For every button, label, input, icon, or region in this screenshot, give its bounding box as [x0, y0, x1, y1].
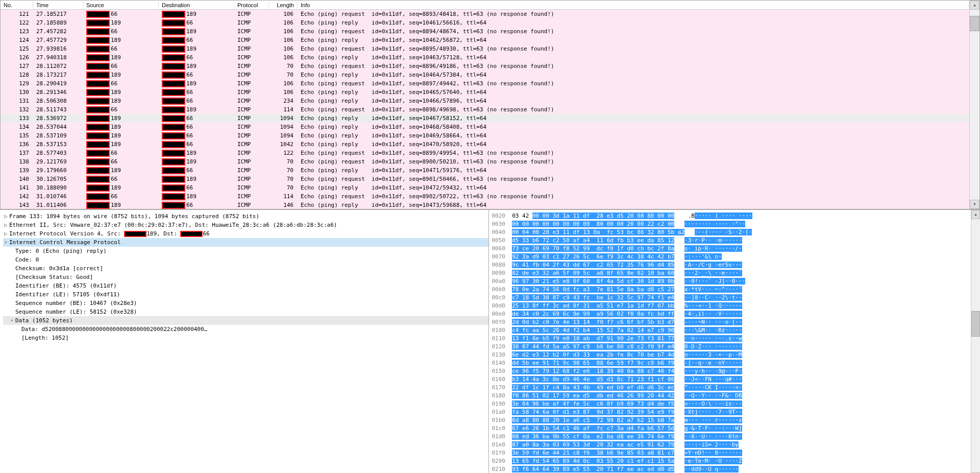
table-row[interactable]: 13228.51174366189ICMP114Echo (ping) requ…: [1, 105, 969, 114]
table-row[interactable]: 12828.17321718966ICMP70Echo (ping) reply…: [1, 70, 969, 79]
hex-line[interactable]: 00a0 96 97 30 21 e5 e8 0f 60 8f 4a 5d cf…: [492, 277, 977, 286]
table-row[interactable]: 13028.29134618966ICMP106Echo (ping) repl…: [1, 88, 969, 97]
col-header-time[interactable]: Time: [33, 2, 83, 8]
hex-line[interactable]: 01c0 67 e6 26 1b 54 c1 46 af fc c7 3a d4…: [492, 424, 977, 433]
table-row[interactable]: 13929.17966018966ICMP70Echo (ping) reply…: [1, 166, 969, 175]
table-row[interactable]: 12227.18588918966ICMP106Echo (ping) repl…: [1, 18, 969, 27]
table-row[interactable]: 12928.29041966189ICMP106Echo (ping) requ…: [1, 79, 969, 88]
hex-line[interactable]: 0040 00 04 00 28 e3 11 df 13 0a fc 53 bc…: [492, 228, 977, 236]
detail-frame[interactable]: ▷Frame 133: 1094 bytes on wire (8752 bit…: [3, 212, 488, 221]
detail-data-node[interactable]: ▿Data (1052 bytes): [3, 316, 488, 325]
table-row[interactable]: 12728.11207266189ICMP70Echo (ping) reque…: [1, 62, 969, 70]
table-row[interactable]: 14231.01074666189ICMP114Echo (ping) requ…: [1, 192, 969, 201]
detail-id-le[interactable]: Identifier (LE): 57105 (0xdf11): [3, 290, 488, 299]
detail-seq-be[interactable]: Sequence number (BE): 10467 (0x28e3): [3, 299, 488, 308]
hex-line[interactable]: 0030 00 00 00 00 00 00 00 00 80 00 00 20…: [492, 220, 977, 228]
redacted-source: [86, 45, 110, 53]
redacted-destination: [162, 80, 185, 87]
detail-checksum-status[interactable]: [Checksum Status: Good]: [3, 273, 488, 281]
hex-line[interactable]: 01d0 08 ed 36 ba 9b 55 cf 0a e2 ba d8 ee…: [492, 433, 977, 441]
redacted-source: [86, 158, 110, 165]
hex-line[interactable]: 0070 92 3a d9 03 c1 27 26 5c 6e f9 3c 4c…: [492, 253, 977, 261]
hex-line[interactable]: 01e0 87 a0 8a 3a 03 69 53 3d 20 32 ea ac…: [492, 441, 977, 449]
scroll-down-icon[interactable]: ▾: [970, 200, 979, 209]
hex-dump-pane[interactable]: 0020 03 42 00 00 3d 1a 11 df 28 e3 d5 20…: [489, 210, 981, 473]
redacted-destination: [162, 132, 185, 139]
detail-ip[interactable]: ▷Internet Protocol Version 4, Src: 189, …: [3, 229, 488, 238]
table-row[interactable]: 14030.12670566189ICMP70Echo (ping) reque…: [1, 175, 969, 183]
hex-line[interactable]: 0130 6e d2 e3 12 b2 0f d3 33 ea 2b fe 8c…: [492, 351, 977, 359]
hex-line[interactable]: 0200 13 65 fd 54 65 89 4d 0c 03 55 20 c1…: [492, 457, 977, 465]
detail-data-length[interactable]: [Length: 1052]: [3, 334, 488, 342]
detail-data-value[interactable]: Data: d520088000000000000000000080000020…: [3, 325, 488, 334]
detail-type[interactable]: Type: 0 (Echo (ping) reply): [3, 247, 488, 255]
redacted-source: [86, 11, 110, 18]
scroll-thumb[interactable]: [970, 16, 979, 31]
hex-line[interactable]: 0080 9c 41 fb 04 2f 43 dd 67 c2 65 72 35…: [492, 261, 977, 269]
hex-line[interactable]: 0120 30 07 44 fd 5a a5 97 c9 b6 be 80 c8…: [492, 343, 977, 351]
hex-line[interactable]: 0140 dd 5b ee 91 71 9c 98 65 88 6e 59 f7…: [492, 359, 977, 367]
detail-checksum[interactable]: Checksum: 0x3d1a [correct]: [3, 264, 488, 273]
table-row[interactable]: 12527.93981666189ICMP106Echo (ping) requ…: [1, 44, 969, 53]
hex-line[interactable]: 0150 ce 96 f5 79 12 68 f2 e6 18 39 40 0a…: [492, 367, 977, 375]
table-row[interactable]: 13428.53704418966ICMP1094Echo (ping) rep…: [1, 123, 969, 131]
detail-ethernet[interactable]: ▷Ethernet II, Src: Vmware_02:37:e7 (00:0…: [3, 221, 488, 229]
table-row[interactable]: 13728.57740366189ICMP122Echo (ping) requ…: [1, 149, 969, 157]
hex-line[interactable]: 00c0 c7 18 5d 38 87 c9 43 fc be 1c 32 5c…: [492, 294, 977, 302]
table-row[interactable]: 13128.50630818966ICMP234Echo (ping) repl…: [1, 97, 969, 105]
hex-line[interactable]: 0020 03 42 00 00 3d 1a 11 df 28 e3 d5 20…: [492, 212, 977, 220]
scroll-thumb[interactable]: [971, 311, 980, 337]
col-header-source[interactable]: Source: [83, 2, 159, 8]
hex-line[interactable]: 0110 13 f1 6e b5 f9 e0 18 ab d7 91 90 2e…: [492, 335, 977, 343]
redacted-source: [86, 37, 110, 44]
col-header-info[interactable]: Info: [298, 2, 969, 8]
detail-id-be[interactable]: Identifier (BE): 4575 (0x11df): [3, 281, 488, 290]
hex-line[interactable]: 00d0 25 13 8f ff 3c ad 8f 31 a5 51 e7 1a…: [492, 302, 977, 310]
hex-line[interactable]: 0210 93 f6 64 64 39 89 e5 55 20 71 f7 ee…: [492, 465, 977, 473]
detail-code[interactable]: Code: 0: [3, 255, 488, 264]
hex-scrollbar[interactable]: ▴ ▾: [971, 210, 980, 473]
detail-icmp[interactable]: ▿Internet Control Message Protocol: [3, 238, 488, 247]
redacted-source: [86, 72, 110, 79]
redacted-destination: [162, 176, 185, 183]
redacted-source: [86, 63, 110, 70]
hex-line[interactable]: 0180 f0 86 51 02 17 59 ea d5 db ed 46 26…: [492, 392, 977, 400]
table-row[interactable]: 12327.45728266189ICMP106Echo (ping) requ…: [1, 27, 969, 36]
packet-table[interactable]: No. Time Source Destination Protocol Len…: [1, 1, 969, 209]
table-row[interactable]: 13829.12176966189ICMP70Echo (ping) reque…: [1, 157, 969, 166]
hex-line[interactable]: 01f0 3e 59 fd 6e 44 21 c8 f6 38 b6 9e 85…: [492, 449, 977, 457]
hex-line[interactable]: 0160 b3 14 4a 3c 8e d9 46 4e d5 d3 8c 71…: [492, 375, 977, 384]
table-row[interactable]: 14130.18809018966ICMP70Echo (ping) reply…: [1, 183, 969, 192]
table-row[interactable]: 14331.01140618966ICMP146Echo (ping) repl…: [1, 201, 969, 209]
hex-line[interactable]: 01b0 6d a8 80 88 20 1e a6 c5 72 99 82 a7…: [492, 416, 977, 424]
hex-line[interactable]: 00e0 de 34 c0 2c 69 6c 9e 99 a9 56 02 f0…: [492, 310, 977, 318]
redacted-destination: [162, 37, 185, 44]
scroll-up-icon[interactable]: ▴: [970, 1, 979, 10]
hex-line[interactable]: 00f0 2d 0d b2 c0 7e 4e 13 14 f0 f7 c6 6f…: [492, 318, 977, 326]
hex-line[interactable]: 0090 82 de e3 32 a6 5f 09 5c a8 8f 65 8e…: [492, 269, 977, 277]
hex-line[interactable]: 0060 73 ce 20 69 70 f8 52 99 dc f0 1f d0…: [492, 245, 977, 253]
col-header-length[interactable]: Length: [269, 2, 298, 8]
table-row[interactable]: 13528.53710918966ICMP1094Echo (ping) rep…: [1, 131, 969, 140]
scroll-up-icon[interactable]: ▴: [971, 210, 980, 219]
packet-header-row[interactable]: No. Time Source Destination Protocol Len…: [1, 1, 969, 10]
table-row[interactable]: 12427.45772918966ICMP106Echo (ping) repl…: [1, 36, 969, 44]
hex-line[interactable]: 0190 3e 04 96 be af 4f fe 5c c6 8f b9 69…: [492, 400, 977, 408]
col-header-protocol[interactable]: Protocol: [234, 2, 269, 8]
table-row[interactable]: 13628.53715318966ICMP1042Echo (ping) rep…: [1, 140, 969, 149]
table-row[interactable]: 13328.53697218966ICMP1094Echo (ping) rep…: [1, 114, 969, 123]
redacted-destination: [162, 141, 185, 148]
detail-seq-le[interactable]: Sequence number (LE): 58152 (0xe328): [3, 308, 488, 316]
col-header-no[interactable]: No.: [1, 2, 33, 8]
redacted-source: [86, 54, 110, 61]
table-row[interactable]: 12627.94031818966ICMP106Echo (ping) repl…: [1, 53, 969, 62]
hex-line[interactable]: 0170 22 df 1c 1f c4 8a 43 4b 49 ed b0 ef…: [492, 384, 977, 392]
hex-line[interactable]: 01a0 fa 58 74 6a 0f d1 e3 87 9d 37 82 92…: [492, 408, 977, 416]
hex-line[interactable]: 0100 c4 fc aa 5c 26 4d f2 b4 15 52 7a 02…: [492, 326, 977, 335]
packet-list-scrollbar[interactable]: ▴ ▾: [969, 1, 979, 209]
col-header-destination[interactable]: Destination: [159, 2, 234, 8]
packet-detail-pane[interactable]: ▷Frame 133: 1094 bytes on wire (8752 bit…: [0, 210, 489, 473]
table-row[interactable]: 12127.18521766189ICMP106Echo (ping) requ…: [1, 10, 969, 18]
hex-line[interactable]: 0050 d5 33 b6 72 c2 50 af a4 11 6d fb b3…: [492, 236, 977, 245]
hex-line[interactable]: 00b0 78 0e 2a 74 56 0d fc a3 7e 81 5e 8a…: [492, 286, 977, 294]
